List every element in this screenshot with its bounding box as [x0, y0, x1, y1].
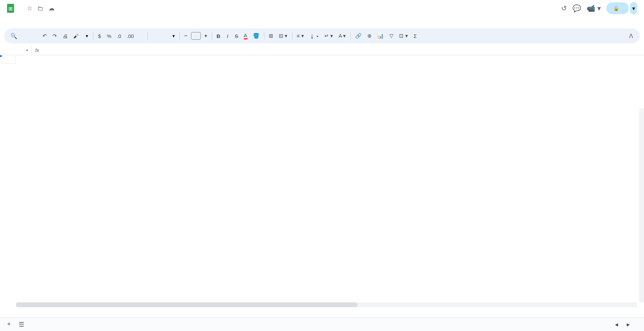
sheets-logo[interactable]: [4, 1, 18, 15]
filter-button[interactable]: ▽: [387, 31, 396, 41]
search-icon: 🔍: [10, 33, 17, 39]
formula-input[interactable]: [42, 46, 644, 55]
formula-bar: ▾ fx: [0, 46, 644, 55]
meet-icon[interactable]: 📹 ▾: [587, 4, 601, 12]
title-bar: ☆ 🗀 ☁ ↺ 💬 📹 ▾ 🔒 ▾: [0, 0, 644, 17]
add-sheet-button[interactable]: +: [3, 319, 15, 330]
font-select[interactable]: ▾: [150, 32, 178, 40]
filter-views-button[interactable]: ⊡ ▾: [397, 31, 410, 41]
menu-tools[interactable]: [59, 20, 65, 23]
link-button[interactable]: 🔗: [353, 31, 364, 41]
spreadsheet-grid[interactable]: [0, 55, 644, 321]
toolbar: 🔍 ↶ ↷ 🖨 🖌 ▾ $ % .0 .00 ▾ − + B I S A 🪣 ⊞…: [4, 28, 640, 43]
increase-font-button[interactable]: +: [202, 32, 210, 40]
move-icon[interactable]: 🗀: [37, 5, 44, 12]
valign-button[interactable]: ⭳ ▾: [307, 31, 321, 41]
rotate-button[interactable]: A ▾: [336, 31, 348, 41]
cloud-icon[interactable]: ☁: [48, 4, 55, 12]
undo-button[interactable]: ↶: [40, 31, 49, 41]
percent-button[interactable]: %: [104, 31, 114, 41]
vertical-scrollbar[interactable]: [639, 108, 644, 302]
bold-button[interactable]: B: [214, 31, 223, 41]
currency-button[interactable]: $: [95, 31, 104, 41]
share-button[interactable]: 🔒: [606, 2, 629, 14]
lock-icon: 🔒: [613, 6, 619, 11]
star-icon[interactable]: ☆: [27, 4, 32, 12]
menu-extensions[interactable]: [66, 20, 72, 23]
tab-scroll-arrows: ◂ ▸: [611, 319, 641, 330]
menu-edit[interactable]: [25, 20, 30, 23]
zoom-select[interactable]: ▾: [82, 32, 91, 40]
halign-button[interactable]: ≡ ▾: [294, 31, 306, 41]
menu-search[interactable]: 🔍: [8, 31, 39, 41]
all-sheets-button[interactable]: ☰: [16, 319, 27, 330]
menu-format[interactable]: [46, 20, 51, 23]
paint-format-button[interactable]: 🖌: [71, 31, 81, 41]
menu-view[interactable]: [32, 20, 37, 23]
redo-button[interactable]: ↷: [50, 31, 59, 41]
tab-scroll-left[interactable]: ◂: [611, 319, 622, 330]
strikethrough-button[interactable]: S: [233, 31, 241, 41]
menu-file[interactable]: [18, 20, 23, 23]
font-size-input[interactable]: [191, 32, 201, 40]
horizontal-scrollbar[interactable]: [16, 302, 637, 307]
fill-color-button[interactable]: 🪣: [250, 31, 262, 41]
menu-search-input[interactable]: [19, 33, 37, 39]
comments-icon[interactable]: 💬: [572, 4, 581, 12]
doc-title[interactable]: [19, 8, 23, 9]
borders-button[interactable]: ⊞: [266, 31, 276, 41]
share-dropdown[interactable]: ▾: [630, 2, 637, 14]
right-controls: ↺ 💬 📹 ▾ 🔒 ▾: [561, 2, 640, 14]
menu-insert[interactable]: [39, 20, 44, 23]
tab-scroll-right[interactable]: ▸: [623, 319, 634, 330]
italic-button[interactable]: I: [224, 31, 232, 41]
font-size-control: − +: [182, 32, 210, 40]
decrease-decimal-button[interactable]: .0: [114, 31, 124, 41]
sheet-tabs-bar: + ☰ ◂ ▸: [0, 317, 644, 331]
functions-button[interactable]: Σ: [411, 31, 419, 41]
select-all-corner[interactable]: [0, 55, 16, 64]
merge-button[interactable]: ⊟ ▾: [276, 31, 290, 41]
print-button[interactable]: 🖨: [60, 31, 70, 41]
menu-data[interactable]: [53, 20, 58, 23]
menu-help[interactable]: [73, 20, 79, 23]
text-color-button[interactable]: A: [242, 31, 250, 41]
menu-bar: [0, 17, 644, 26]
decrease-font-button[interactable]: −: [182, 32, 190, 40]
title-icons: ☆ 🗀 ☁: [27, 4, 55, 12]
chart-button[interactable]: 📊: [375, 31, 386, 41]
collapse-toolbar-button[interactable]: ᐱ: [626, 31, 636, 41]
more-formats-button[interactable]: [137, 34, 145, 38]
wrap-button[interactable]: ↵ ▾: [322, 31, 335, 41]
history-icon[interactable]: ↺: [561, 4, 567, 12]
svg-rect-4: [10, 7, 11, 10]
comment-button[interactable]: ⊕: [365, 31, 374, 41]
increase-decimal-button[interactable]: .00: [124, 31, 136, 41]
fx-icon: fx: [32, 48, 42, 53]
name-box[interactable]: ▾: [0, 46, 32, 55]
